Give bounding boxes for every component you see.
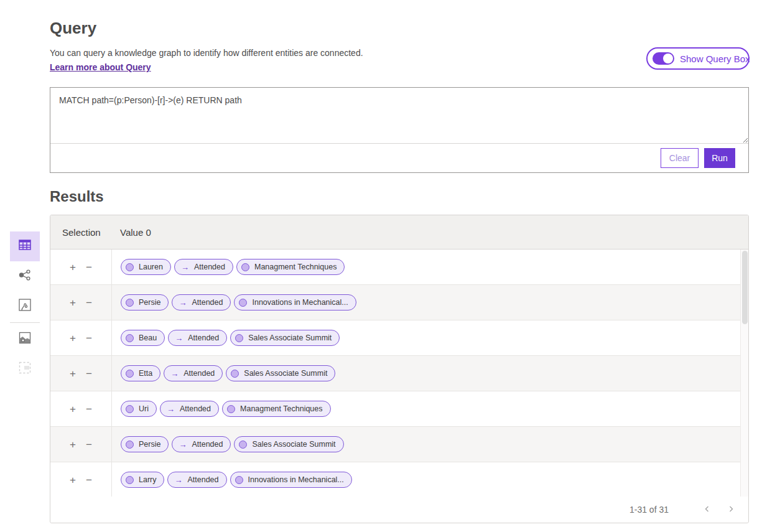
pagination-prev-button[interactable] xyxy=(700,503,715,517)
chevron-right-icon xyxy=(727,505,735,515)
entity-chip[interactable]: Managment Techniques xyxy=(222,401,331,417)
entity-circle-icon xyxy=(231,370,239,378)
entity-chip[interactable]: Lauren xyxy=(121,259,171,275)
entity-chip[interactable]: Uri xyxy=(121,401,157,417)
selection-cell: + − xyxy=(50,320,111,355)
arrow-right-icon: → xyxy=(174,476,182,484)
scrollbar-thumb[interactable] xyxy=(742,251,748,324)
relationship-chip[interactable]: →Attended xyxy=(160,401,219,417)
row-remove-button[interactable]: − xyxy=(83,403,95,416)
row-add-button[interactable]: + xyxy=(67,332,78,345)
table-icon xyxy=(18,238,32,254)
relationship-chip[interactable]: →Attended xyxy=(174,259,233,275)
value-cell: Beau→AttendedSales Associate Summit xyxy=(111,320,748,355)
chip-label: Innovations in Mechanical... xyxy=(248,475,344,484)
row-add-button[interactable]: + xyxy=(67,367,78,380)
table-row: + − Lauren→AttendedManagment Techniques xyxy=(50,250,748,285)
chip-label: Attended xyxy=(180,404,211,413)
entity-chip[interactable]: Beau xyxy=(121,330,165,346)
results-table: Selection Value 0 + − Lauren→AttendedMan… xyxy=(50,215,749,523)
results-title: Results xyxy=(50,188,104,205)
sidebar-item-graph-view[interactable] xyxy=(10,261,40,291)
table-scrollbar[interactable] xyxy=(740,250,748,498)
entity-chip[interactable]: Managment Techniques xyxy=(236,259,345,275)
entity-chip[interactable]: Sales Associate Summit xyxy=(234,436,343,452)
entity-circle-icon xyxy=(227,405,235,413)
entity-circle-icon xyxy=(235,476,243,484)
learn-more-link[interactable]: Learn more about Query xyxy=(50,62,151,72)
entity-circle-icon xyxy=(126,441,134,449)
row-remove-button[interactable]: − xyxy=(83,332,95,345)
arrow-right-icon: → xyxy=(179,441,187,449)
entity-chip[interactable]: Larry xyxy=(121,472,164,488)
sidebar-item-map-view[interactable] xyxy=(10,324,40,354)
chip-label: Lauren xyxy=(139,263,163,271)
entity-circle-icon xyxy=(241,263,249,271)
sidebar-item-table-view[interactable] xyxy=(10,231,40,261)
entity-circle-icon xyxy=(239,299,247,307)
selection-icon xyxy=(18,361,32,377)
query-input[interactable]: MATCH path=(p:Person)-[r]->(e) RETURN pa… xyxy=(50,88,748,144)
relationship-chip[interactable]: →Attended xyxy=(167,472,226,488)
entity-chip[interactable]: Sales Associate Summit xyxy=(230,330,340,346)
chip-label: Managment Techniques xyxy=(240,404,323,413)
value-cell: Persie→AttendedInnovations in Mechanical… xyxy=(111,285,748,320)
row-remove-button[interactable]: − xyxy=(83,261,95,274)
chevron-left-icon xyxy=(704,505,711,515)
entity-circle-icon xyxy=(126,370,134,378)
relationship-chip[interactable]: →Attended xyxy=(172,294,231,310)
value-cell: Larry→AttendedInnovations in Mechanical.… xyxy=(111,462,748,497)
row-remove-button[interactable]: − xyxy=(83,296,95,309)
clear-button[interactable]: Clear xyxy=(661,148,699,168)
column-header-selection: Selection xyxy=(50,227,111,238)
entity-circle-icon xyxy=(126,476,134,484)
table-header: Selection Value 0 xyxy=(50,215,748,250)
value-cell: Etta→AttendedSales Associate Summit xyxy=(111,356,748,391)
pagination-range: 1-31 of 31 xyxy=(629,505,669,515)
table-row: + − Persie→AttendedInnovations in Mechan… xyxy=(50,285,748,320)
row-add-button[interactable]: + xyxy=(67,403,78,416)
arrow-right-icon: → xyxy=(175,334,183,342)
chip-label: Larry xyxy=(139,475,156,484)
selection-cell: + − xyxy=(50,427,111,462)
entity-chip[interactable]: Persie xyxy=(121,436,169,452)
sidebar-item-selection-view xyxy=(10,354,40,384)
row-remove-button[interactable]: − xyxy=(83,474,95,487)
chart-icon xyxy=(18,298,32,314)
toggle-switch-icon[interactable] xyxy=(653,52,674,65)
chip-label: Sales Associate Summit xyxy=(252,440,335,449)
run-button[interactable]: Run xyxy=(704,148,735,168)
row-add-button[interactable]: + xyxy=(67,474,78,487)
table-footer: 1-31 of 31 xyxy=(50,497,748,523)
relationship-chip[interactable]: →Attended xyxy=(172,436,231,452)
entity-chip[interactable]: Etta xyxy=(121,365,160,381)
chip-label: Beau xyxy=(139,334,157,342)
row-add-button[interactable]: + xyxy=(67,261,78,274)
relationship-chip[interactable]: →Attended xyxy=(168,330,227,346)
value-cell: Lauren→AttendedManagment Techniques xyxy=(111,250,748,284)
relationship-chip[interactable]: →Attended xyxy=(164,365,223,381)
query-footer: Clear Run xyxy=(50,144,748,172)
entity-chip[interactable]: Innovations in Mechanical... xyxy=(230,472,352,488)
entity-chip[interactable]: Sales Associate Summit xyxy=(226,365,335,381)
entity-circle-icon xyxy=(126,405,134,413)
row-add-button[interactable]: + xyxy=(67,296,78,309)
show-query-box-toggle[interactable]: Show Query Box xyxy=(646,47,750,70)
pagination-next-button[interactable] xyxy=(723,503,738,517)
chip-label: Attended xyxy=(194,263,225,271)
results-view-sidebar xyxy=(10,231,40,384)
row-remove-button[interactable]: − xyxy=(83,367,95,380)
chip-label: Sales Associate Summit xyxy=(244,369,327,378)
entity-chip[interactable]: Persie xyxy=(121,294,169,310)
entity-chip[interactable]: Innovations in Mechanical... xyxy=(234,294,356,310)
entity-circle-icon xyxy=(126,299,134,307)
page-title: Query xyxy=(50,19,96,38)
row-remove-button[interactable]: − xyxy=(83,438,95,451)
table-row: + − Beau→AttendedSales Associate Summit xyxy=(50,320,748,356)
row-add-button[interactable]: + xyxy=(67,438,78,451)
column-header-value: Value 0 xyxy=(111,227,151,238)
selection-cell: + − xyxy=(50,250,111,284)
entity-circle-icon xyxy=(235,334,243,342)
sidebar-item-chart-view[interactable] xyxy=(10,291,40,321)
query-page: Query You can query a knowledge graph to… xyxy=(0,0,757,532)
